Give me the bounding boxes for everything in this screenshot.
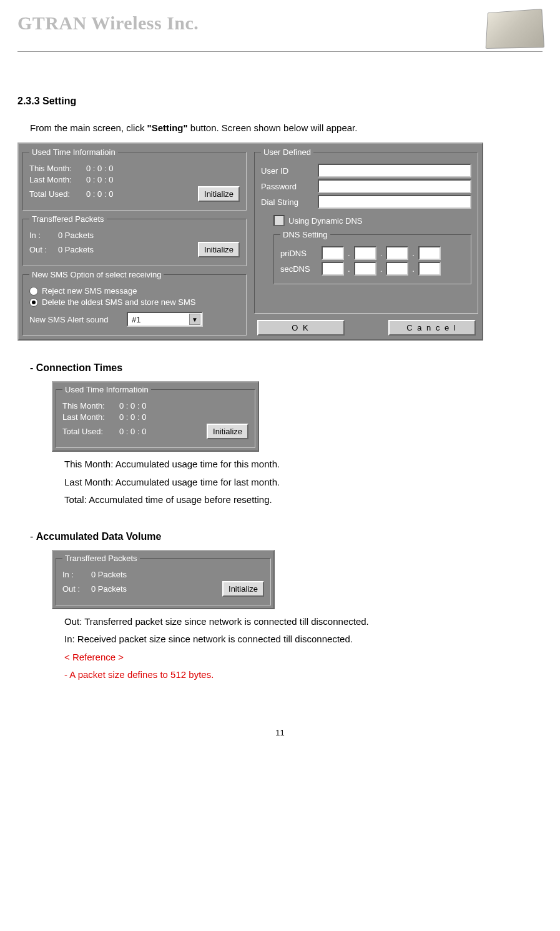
connection-times-desc: This Month: Accumulated usage time for t…: [64, 456, 543, 509]
dialog-footer-buttons: O K C a n c e l: [254, 320, 478, 336]
radio-icon-selected: [29, 298, 38, 307]
ct-last-month: Last Month: Accumulated usage time for l…: [64, 474, 543, 492]
network-card-image: [486, 9, 545, 49]
out-label: Out :: [29, 245, 54, 254]
this-month-value-s: 0 : 0 : 0: [119, 401, 146, 411]
pridns-octet-4[interactable]: [418, 246, 441, 260]
ct-this-month: This Month: Accumulated usage time for t…: [64, 456, 543, 474]
user-id-label: User ID: [261, 166, 314, 176]
secdns-octet-4[interactable]: [418, 262, 441, 276]
dv-ref: < Reference >: [64, 649, 543, 667]
secdns-label: secDNS: [280, 264, 318, 274]
company-name: GTRAN Wireless Inc.: [17, 12, 199, 40]
dv-out: Out: Transferred packet size since netwo…: [64, 613, 543, 631]
out-label-s: Out :: [62, 584, 87, 594]
alert-sound-value: #1: [132, 315, 140, 324]
this-month-label-s: This Month:: [62, 401, 115, 411]
section-heading: 2.3.3 Setting: [17, 96, 543, 107]
pridns-octet-3[interactable]: [386, 246, 408, 260]
used-time-small-legend: Used Time Informatioin: [62, 385, 151, 394]
dv-bold: Accumulated Data Volume: [36, 531, 162, 542]
last-month-label-s: Last Month:: [62, 412, 115, 422]
dial-string-label: Dial String: [261, 197, 314, 207]
page-number: 11: [17, 728, 543, 737]
out-value: 0 Packets: [58, 245, 94, 254]
dns-legend: DNS Setting: [280, 230, 330, 239]
this-month-label: This Month:: [29, 164, 82, 173]
used-time-group-small: Used Time Informatioin This Month:0 : 0 …: [56, 385, 255, 448]
sms-legend: New SMS Option of select receiving: [29, 270, 164, 279]
ct-total: Total: Accumulated time of usage before …: [64, 491, 543, 509]
packets-small-legend: Transffered Packets: [62, 554, 140, 563]
pridns-label: priDNS: [280, 249, 318, 258]
initialize-time-button[interactable]: Initialize: [198, 186, 240, 202]
out-value-s: 0 Packets: [91, 584, 127, 594]
sms-delete-oldest-option[interactable]: Delete the oldest SMS and store new SMS: [29, 297, 240, 307]
in-value: 0 Packets: [58, 231, 94, 240]
packets-group-small: Transffered Packets In :0 Packets Out :0…: [56, 554, 271, 605]
dv-packet-def: - A packet size defines to 512 bytes.: [64, 666, 543, 684]
total-used-value: 0 : 0 : 0: [86, 189, 113, 199]
intro-text: From the main screen, click "Setting" bu…: [30, 122, 543, 133]
dv-prefix: -: [30, 531, 36, 542]
initialize-packets-button-small[interactable]: Initialize: [222, 581, 264, 597]
sms-reject-option[interactable]: Reject new SMS message: [29, 286, 240, 296]
used-time-group: Used Time Informatioin This Month:0 : 0 …: [22, 147, 247, 211]
last-month-value-s: 0 : 0 : 0: [119, 412, 146, 422]
cancel-button[interactable]: C a n c e l: [388, 320, 476, 336]
initialize-packets-button[interactable]: Initialize: [198, 242, 240, 257]
sms-delete-label: Delete the oldest SMS and store new SMS: [42, 297, 195, 307]
user-defined-group: User Defined User ID Password Dial Strin…: [254, 147, 478, 314]
intro-post: button. Screen shown below will appear.: [188, 122, 358, 133]
intro-pre: From the main screen, click: [30, 122, 147, 133]
pridns-octet-2[interactable]: [354, 246, 376, 260]
ok-button[interactable]: O K: [257, 320, 345, 336]
user-id-input[interactable]: [318, 164, 471, 177]
last-month-value: 0 : 0 : 0: [86, 175, 113, 184]
in-value-s: 0 Packets: [91, 570, 127, 579]
last-month-label: Last Month:: [29, 175, 82, 184]
pridns-octet-1[interactable]: [322, 246, 344, 260]
total-used-label-s: Total Used:: [62, 427, 115, 436]
user-defined-legend: User Defined: [261, 147, 313, 157]
dv-in: In: Received packet size since network i…: [64, 630, 543, 649]
in-label: In :: [29, 231, 54, 240]
alert-sound-select[interactable]: #1 ▼: [127, 312, 203, 327]
data-volume-dialog: Transffered Packets In :0 Packets Out :0…: [52, 550, 275, 609]
radio-icon: [29, 287, 38, 296]
data-volume-heading: - Accumulated Data Volume: [30, 531, 543, 542]
dns-setting-group: DNS Setting priDNS . . . secDNS . . .: [273, 230, 471, 284]
dynamic-dns-checkbox[interactable]: [273, 215, 285, 226]
used-time-legend: Used Time Informatioin: [29, 147, 118, 157]
intro-bold: "Setting": [147, 122, 188, 133]
total-used-value-s: 0 : 0 : 0: [119, 427, 146, 436]
dynamic-dns-label: Using Dynamic DNS: [288, 216, 362, 226]
secdns-octet-3[interactable]: [386, 262, 408, 276]
sms-reject-label: Reject new SMS message: [42, 286, 137, 296]
initialize-time-button-small[interactable]: Initialize: [207, 424, 248, 439]
settings-dialog: Used Time Informatioin This Month:0 : 0 …: [17, 142, 483, 341]
alert-sound-label: New SMS Alert sound: [29, 315, 123, 324]
dial-string-input[interactable]: [318, 195, 471, 209]
page-header: GTRAN Wireless Inc.: [17, 12, 543, 52]
dialog-left-column: Used Time Informatioin This Month:0 : 0 …: [22, 147, 247, 336]
password-label: Password: [261, 182, 314, 191]
total-used-label: Total Used:: [29, 189, 82, 199]
secdns-octet-1[interactable]: [322, 262, 344, 276]
this-month-value: 0 : 0 : 0: [86, 164, 113, 173]
secdns-octet-2[interactable]: [354, 262, 376, 276]
connection-times-heading: - Connection Times: [30, 362, 543, 374]
sms-option-group: New SMS Option of select receiving Rejec…: [22, 270, 247, 336]
dialog-right-column: User Defined User ID Password Dial Strin…: [254, 147, 478, 336]
chevron-down-icon: ▼: [189, 314, 200, 325]
data-volume-desc: Out: Transferred packet size since netwo…: [64, 613, 543, 684]
packets-legend: Transffered Packets: [29, 214, 107, 224]
connection-times-dialog: Used Time Informatioin This Month:0 : 0 …: [52, 381, 259, 452]
password-input[interactable]: [318, 179, 471, 193]
packets-group: Transffered Packets In :0 Packets Out :0…: [22, 214, 247, 266]
in-label-s: In :: [62, 570, 87, 579]
